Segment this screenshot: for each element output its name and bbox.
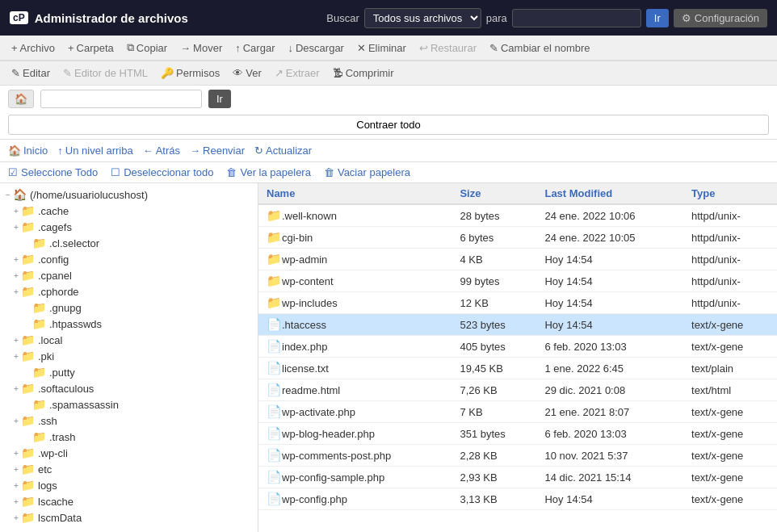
toolbar-eliminar-button[interactable]: ✕Eliminar [352, 40, 411, 57]
sel-seleccione-todo-button[interactable]: ☑Seleccione Todo [8, 166, 98, 178]
collapse-all-button[interactable]: Contraer todo [8, 115, 769, 135]
table-row[interactable]: 📁.well-known 28 bytes 24 ene. 2022 10:06… [258, 204, 777, 227]
table-row[interactable]: 📁cgi-bin 6 bytes 24 ene. 2022 10:05 http… [258, 227, 777, 249]
toolbar-comprimir-button[interactable]: 🗜Comprimir [328, 65, 399, 82]
toolbar-cargar-button[interactable]: ↑Cargar [230, 40, 279, 57]
sidebar-tree-item[interactable]: + 📁 lscache [0, 493, 258, 509]
nav-atras-button[interactable]: ←Atrás [143, 145, 180, 157]
sidebar-tree-item[interactable]: 📁 .putty [0, 364, 258, 380]
sidebar-tree-item[interactable]: 📁 .trash [0, 429, 258, 445]
file-size-cell: 2,93 KB [452, 467, 536, 488]
nav-reenviar-button[interactable]: →Reenviar [190, 145, 245, 157]
table-row[interactable]: 📄wp-config.php 3,13 KB Hoy 14:54 text/x-… [258, 488, 777, 510]
file-name: wp-includes [282, 297, 338, 309]
config-button[interactable]: ⚙ Configuración [674, 9, 767, 27]
table-row[interactable]: 📄readme.html 7,26 KB 29 dic. 2021 0:08 t… [258, 379, 777, 401]
table-row[interactable]: 📄license.txt 19,45 KB 1 ene. 2022 6:45 t… [258, 358, 777, 379]
file-name: .well-known [282, 210, 337, 222]
sidebar-tree-item[interactable]: + 📁 .cpanel [0, 267, 258, 283]
selection-bar: ☑Seleccione Todo☐Deseleccionar todo🗑Ver … [0, 162, 777, 183]
sidebar-tree-item[interactable]: + 📁 .local [0, 332, 258, 348]
file-modified-cell: Hoy 14:54 [536, 249, 683, 270]
path-go-button[interactable]: Ir [208, 90, 231, 108]
pathbar: 🏠 public_html Ir Contraer todo [0, 86, 777, 140]
file-name: index.php [282, 341, 327, 353]
col-size[interactable]: Size [452, 183, 536, 204]
sidebar-tree-item[interactable]: + 📁 .softaculous [0, 380, 258, 396]
tree-label: .cpanel [38, 270, 72, 282]
toolbar-extraer-button: ↗Extraer [270, 65, 325, 82]
col-name[interactable]: Name [258, 183, 452, 204]
sidebar-tree-item[interactable]: + 📁 .ssh [0, 413, 258, 429]
file-name-cell: 📁cgi-bin [258, 227, 452, 249]
path-input[interactable]: public_html [40, 90, 202, 108]
col-last-modified[interactable]: Last Modified [536, 183, 683, 204]
file-size-cell: 99 bytes [452, 270, 536, 292]
sidebar-tree-item[interactable]: + 📁 logs [0, 477, 258, 493]
file-name-cell: 📄wp-comments-post.php [258, 445, 452, 467]
toolbar-editar-button[interactable]: ✎Editar [6, 65, 55, 82]
sidebar-tree-item[interactable]: 📁 .spamassassin [0, 396, 258, 413]
search-go-button[interactable]: Ir [646, 9, 669, 27]
sidebar-tree-item[interactable]: + 📁 .cache [0, 203, 258, 219]
search-scope-select[interactable]: Todos sus archivosSolo archivosSolo dire… [364, 8, 481, 28]
sidebar-tree-item[interactable]: 📁 .htpasswds [0, 316, 258, 332]
file-name: readme.html [282, 384, 340, 396]
toolbar-mover-button[interactable]: →Mover [175, 40, 227, 57]
permisos-icon: 🔑 [161, 67, 174, 79]
file-name-cell: 📄index.php [258, 336, 452, 358]
file-name: wp-blog-header.php [282, 428, 375, 440]
toolbar-copiar-button[interactable]: ⧉Copiar [122, 39, 172, 57]
search-input[interactable] [512, 9, 641, 27]
table-row[interactable]: 📄wp-config-sample.php 2,93 KB 14 dic. 20… [258, 467, 777, 488]
sidebar-tree-item[interactable]: + 📁 .pki [0, 348, 258, 364]
file-size-cell: 28 bytes [452, 204, 536, 227]
tree-label: lscache [38, 496, 74, 508]
toolbar-ver-button[interactable]: 👁Ver [228, 65, 267, 82]
sidebar-tree-item[interactable]: − 🏠 (/home/usuariolucushost) [0, 186, 258, 203]
toolbar-descargar-button[interactable]: ↓Descargar [283, 40, 348, 57]
sidebar-tree-item[interactable]: + 📁 .cagefs [0, 219, 258, 235]
nav-actualizar-button[interactable]: ↻Actualizar [254, 145, 312, 157]
sel-deseleccionar-todo-button[interactable]: ☐Deseleccionar todo [111, 166, 213, 178]
sidebar-tree-item[interactable]: + 📁 etc [0, 461, 258, 477]
table-row[interactable]: 📁wp-admin 4 KB Hoy 14:54 httpd/unix- [258, 249, 777, 270]
file-table: NameSizeLast ModifiedType 📁.well-known 2… [258, 183, 777, 510]
toolbar-row2: ✎Editar✎Editor de HTML🔑Permisos👁Ver↗Extr… [0, 61, 777, 86]
file-name: wp-comments-post.php [282, 450, 391, 462]
table-row[interactable]: 📁wp-includes 12 KB Hoy 14:54 httpd/unix- [258, 292, 777, 314]
folder-icon: 📁 [21, 204, 35, 217]
tree-toggle: − [3, 191, 13, 199]
sel-ver-papelera-button[interactable]: 🗑Ver la papelera [226, 166, 310, 178]
home-button[interactable]: 🏠 [8, 90, 34, 108]
file-modified-cell: Hoy 14:54 [536, 314, 683, 336]
table-row[interactable]: 📄wp-blog-header.php 351 bytes 6 feb. 202… [258, 423, 777, 445]
toolbar-carpeta-button[interactable]: +Carpeta [63, 40, 119, 57]
editar-icon: ✎ [11, 67, 20, 79]
un-nivel-arriba-icon: ↑ [57, 145, 63, 157]
tree-label: .wp-cli [38, 447, 68, 459]
sidebar-tree-item[interactable]: + 📁 lscmData [0, 509, 258, 526]
sel-vaciar-papelera-button[interactable]: 🗑Vaciar papelera [324, 166, 410, 178]
nav-inicio-button[interactable]: 🏠Inicio [8, 145, 48, 157]
toolbar-archivo-button[interactable]: +Archivo [6, 40, 60, 57]
sidebar-tree-item[interactable]: 📁 .gnupg [0, 300, 258, 316]
sidebar-tree-item[interactable]: + 📁 .cphorde [0, 283, 258, 300]
file-size-cell: 3,13 KB [452, 488, 536, 510]
folder-icon: 📁 [32, 398, 46, 411]
toolbar-cambiar-nombre-button[interactable]: ✎Cambiar el nombre [485, 40, 595, 57]
sidebar-tree-item[interactable]: + 📁 .wp-cli [0, 445, 258, 461]
table-row[interactable]: 📁wp-content 99 bytes Hoy 14:54 httpd/uni… [258, 270, 777, 292]
sidebar-tree-item[interactable]: 📁 .cl.selector [0, 235, 258, 251]
table-row[interactable]: 📄.htaccess 523 bytes Hoy 14:54 text/x-ge… [258, 314, 777, 336]
search-label: Buscar [326, 12, 359, 24]
sidebar-tree-item[interactable]: + 📁 .config [0, 251, 258, 267]
table-row[interactable]: 📄wp-comments-post.php 2,28 KB 10 nov. 20… [258, 445, 777, 467]
col-type[interactable]: Type [683, 183, 777, 204]
toolbar-permisos-button[interactable]: 🔑Permisos [156, 65, 225, 82]
sidebar: − 🏠 (/home/usuariolucushost) + 📁 .cache … [0, 183, 258, 532]
file-type-cell: text/html [683, 379, 777, 401]
table-row[interactable]: 📄wp-activate.php 7 KB 21 ene. 2021 8:07 … [258, 401, 777, 423]
nav-un-nivel-arriba-button[interactable]: ↑Un nivel arriba [57, 145, 132, 157]
table-row[interactable]: 📄index.php 405 bytes 6 feb. 2020 13:03 t… [258, 336, 777, 358]
